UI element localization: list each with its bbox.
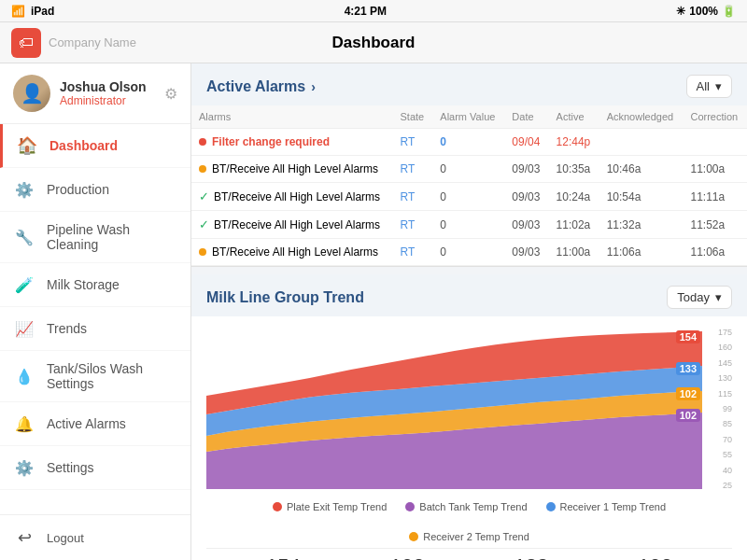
- legend-dot-purple: [405, 502, 415, 511]
- alarm-name-cell: BT/Receive All High Level Alarms: [191, 239, 393, 266]
- sidebar-label-alarms: Active Alarms: [47, 416, 126, 431]
- sidebar-label-pipeline: Pipeline Wash Cleaning: [47, 222, 177, 252]
- alarm-state: RT: [393, 239, 433, 266]
- alarms-table-header-row: Alarms State Alarm Value Date Active Ack…: [191, 105, 747, 129]
- alarm-acknowledged: 10:46a: [599, 156, 684, 183]
- bottom-num-133: 133: [514, 554, 549, 560]
- alarm-correction: [683, 129, 747, 156]
- sidebar-label-milk-storage: Milk Storage: [47, 277, 120, 292]
- sidebar-label-trends: Trends: [47, 321, 87, 336]
- alarm-acknowledged: 11:32a: [599, 211, 684, 239]
- sidebar-label-dashboard: Dashboard: [49, 138, 118, 153]
- sidebar-label-production: Production: [47, 182, 109, 197]
- alarm-value: 0: [432, 211, 504, 239]
- bottom-num-102a: 102: [390, 554, 425, 560]
- bottom-num-102b: 102: [638, 554, 672, 560]
- sidebar-item-pipeline-wash[interactable]: 🔧 Pipeline Wash Cleaning: [0, 212, 190, 263]
- alarm-state: RT: [393, 129, 433, 156]
- col-active: Active: [549, 105, 599, 129]
- table-row: ✓ BT/Receive All High Level Alarms RT 0 …: [191, 183, 747, 211]
- alarms-icon: 🔔: [13, 413, 35, 435]
- sidebar-item-dashboard[interactable]: 🏠 Dashboard: [0, 124, 190, 168]
- trend-filter-dropdown[interactable]: Today ▾: [667, 286, 732, 309]
- table-row: ✓ BT/Receive All High Level Alarms RT 0 …: [191, 211, 747, 239]
- trend-title: Milk Line Group Trend: [206, 289, 364, 306]
- alarm-correction: 11:00a: [683, 156, 747, 183]
- chart-inner: 154 133 102 102 175: [206, 326, 732, 492]
- col-date: Date: [504, 105, 548, 129]
- status-time: 4:21 PM: [345, 5, 387, 18]
- alarm-date: 09/03: [504, 211, 548, 239]
- sidebar-item-active-alarms[interactable]: 🔔 Active Alarms: [0, 402, 190, 446]
- alarm-name-text: Filter change required: [212, 135, 330, 148]
- active-alarms-title: Active Alarms ›: [206, 78, 316, 95]
- sidebar-item-settings[interactable]: ⚙️ Settings: [0, 446, 190, 490]
- alarm-name-text: BT/Receive All High Level Alarms: [214, 218, 380, 231]
- alarm-active: 12:44p: [549, 129, 599, 156]
- sidebar: 👤 Joshua Olson Administrator ⚙ 🏠 Dashboa…: [0, 63, 191, 560]
- status-bar: 📶 iPad 4:21 PM ✳ 100% 🔋: [0, 0, 747, 22]
- alarm-acknowledged: 11:06a: [599, 239, 684, 266]
- logout-button[interactable]: ↩ Logout: [0, 514, 190, 560]
- legend-dot-red: [273, 502, 282, 511]
- alarm-value: 0: [432, 129, 504, 156]
- alarm-name-text: BT/Receive All High Level Alarms: [212, 162, 378, 175]
- alarm-active: 10:35a: [549, 156, 599, 183]
- alarm-name-cell: ✓ BT/Receive All High Level Alarms: [191, 211, 393, 239]
- sidebar-item-trends[interactable]: 📈 Trends: [0, 307, 190, 351]
- logout-icon: ↩: [13, 526, 35, 549]
- y-axis: 175 160 145 130 115 99 85 70 55 40 25: [702, 326, 732, 492]
- status-left: 📶 iPad: [11, 5, 54, 18]
- alarm-state: RT: [393, 156, 433, 183]
- alarm-name-text: BT/Receive All High Level Alarms: [212, 245, 378, 259]
- bottom-value-102a: 102: [390, 554, 425, 560]
- dashboard-icon: 🏠: [16, 134, 38, 157]
- alarm-name-cell: Filter change required: [191, 129, 393, 156]
- active-alarms-header: Active Alarms › All ▾: [191, 63, 747, 105]
- col-alarm-value: Alarm Value: [432, 105, 504, 129]
- sidebar-item-tank-silos[interactable]: 💧 Tank/Silos Wash Settings: [0, 351, 190, 402]
- legend-dot-orange: [409, 532, 418, 541]
- alarm-date: 09/03: [504, 156, 548, 183]
- alarm-value: 0: [432, 239, 504, 266]
- alarm-date: 09/03: [504, 183, 548, 211]
- user-info: Joshua Olson Administrator: [60, 79, 155, 107]
- legend-batch-tank: Batch Tank Temp Trend: [405, 501, 527, 512]
- alarms-filter-dropdown[interactable]: All ▾: [686, 75, 732, 98]
- sidebar-label-settings: Settings: [47, 460, 94, 475]
- chart-container: 154 133 102 102 175: [191, 316, 747, 560]
- sidebar-item-milk-storage[interactable]: 🧪 Milk Storage: [0, 263, 190, 307]
- battery-label: 100%: [689, 5, 718, 18]
- sidebar-item-production[interactable]: ⚙️ Production: [0, 168, 190, 212]
- legend-receiver2: Receiver 2 Temp Trend: [409, 531, 529, 542]
- status-right: ✳ 100% 🔋: [676, 5, 736, 18]
- bottom-value-154: 154: [266, 554, 301, 560]
- chart-svg-area: 154 133 102 102: [206, 326, 702, 492]
- user-settings-icon[interactable]: ⚙: [164, 85, 177, 103]
- badge-102-orange: 102: [676, 386, 700, 400]
- main-layout: 👤 Joshua Olson Administrator ⚙ 🏠 Dashboa…: [0, 63, 747, 560]
- alarm-value: 0: [432, 183, 504, 211]
- alarm-acknowledged: [599, 129, 684, 156]
- status-ipad-label: iPad: [31, 5, 54, 18]
- trend-header: Milk Line Group Trend Today ▾: [191, 274, 747, 316]
- alarm-active: 11:02a: [549, 211, 599, 239]
- chart-legend: Plate Exit Temp Trend Batch Tank Temp Tr…: [206, 492, 732, 548]
- legend-label-plate-exit: Plate Exit Temp Trend: [287, 501, 387, 512]
- user-name: Joshua Olson: [60, 79, 155, 94]
- user-role: Administrator: [60, 94, 155, 107]
- legend-label-batch-tank: Batch Tank Temp Trend: [419, 501, 527, 512]
- table-row: Filter change required RT 0 09/04 12:44p: [191, 129, 747, 156]
- alarm-correction: 11:52a: [683, 211, 747, 239]
- bottom-values: 154 102 133 102: [206, 548, 732, 560]
- alarm-correction: 11:11a: [683, 183, 747, 211]
- alarm-active: 10:24a: [549, 183, 599, 211]
- milk-storage-icon: 🧪: [13, 273, 35, 296]
- app-logo: 🏷 Company Name: [11, 28, 136, 58]
- sidebar-label-tank: Tank/Silos Wash Settings: [47, 361, 177, 391]
- legend-label-receiver1: Receiver 1 Temp Trend: [560, 501, 667, 512]
- filter-chevron-icon: ▾: [715, 79, 722, 93]
- alarms-table-body: Filter change required RT 0 09/04 12:44p…: [191, 129, 747, 266]
- alarm-value: 0: [432, 156, 504, 183]
- pipeline-icon: 🔧: [13, 226, 35, 248]
